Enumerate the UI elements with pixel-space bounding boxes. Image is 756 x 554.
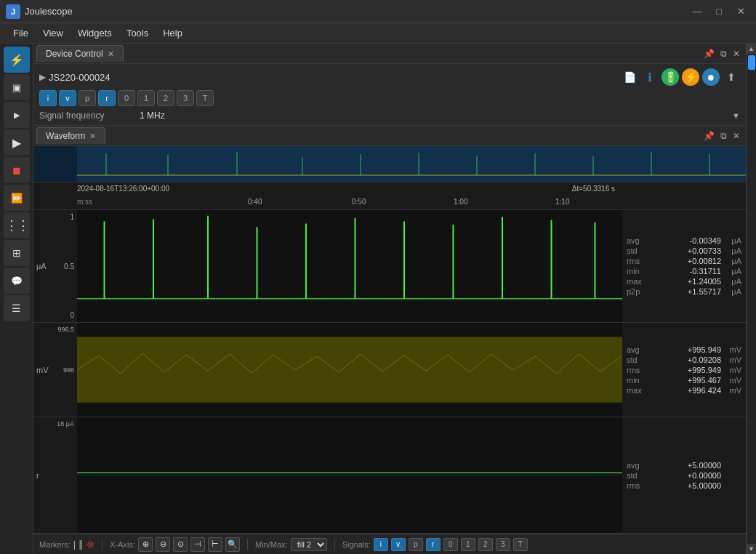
- bb-sig-2[interactable]: 2: [478, 538, 493, 551]
- frequency-row: Signal frequency 1 MHz ▼: [39, 111, 740, 121]
- menu-view[interactable]: View: [36, 25, 71, 41]
- sidebar-btn-play-sm[interactable]: ▶: [4, 102, 30, 128]
- signal-btn-p[interactable]: p: [79, 90, 96, 106]
- device-name-row: ▶ JS220-000024: [39, 72, 110, 83]
- tab-action-close[interactable]: ✕: [731, 47, 741, 60]
- zoom-fit-btn[interactable]: ⊙: [173, 537, 188, 552]
- zoom-in-btn[interactable]: ⊕: [138, 537, 153, 552]
- resistance-stat-avg: avg +5.00000: [627, 461, 741, 470]
- bb-sig-v[interactable]: v: [391, 538, 406, 551]
- menu-file[interactable]: File: [6, 25, 36, 41]
- waveform-panel: Waveform ✕ 📌 ⧉ ✕: [33, 126, 746, 534]
- sep1: [102, 539, 102, 550]
- bb-sig-1[interactable]: 1: [461, 538, 475, 551]
- app-title-label: Joulescope: [25, 6, 73, 17]
- time-label-040: 0:40: [248, 198, 262, 206]
- device-control-tab[interactable]: Device Control ✕: [36, 45, 124, 62]
- voltage-unit: mV: [36, 366, 49, 374]
- menu-widgets[interactable]: Widgets: [71, 25, 119, 41]
- maximize-button[interactable]: □: [709, 4, 728, 19]
- waveform-tab[interactable]: Waveform ✕: [36, 127, 105, 144]
- current-stat-avg: avg -0.00349 μA: [627, 236, 741, 245]
- sidebar-btn-square[interactable]: ▣: [4, 74, 30, 100]
- minmax-select[interactable]: fill 2 fill 1 off: [291, 538, 327, 551]
- bb-sig-0[interactable]: 0: [443, 538, 458, 551]
- sidebar-btn-chat[interactable]: 💬: [4, 268, 30, 294]
- voltage-y-mid: 996: [63, 366, 74, 374]
- pan-right-btn[interactable]: ⊢: [208, 537, 222, 552]
- freq-dropdown-arrow[interactable]: ▼: [732, 111, 740, 120]
- device-circle-btn[interactable]: ●: [702, 68, 720, 86]
- current-stats: avg -0.00349 μA std +0.00733 μA rms +0.0…: [622, 210, 746, 322]
- resistance-stats: avg +5.00000 std +0.00000 rms +5.00000: [622, 417, 746, 533]
- minmax-section: Min/Max: fill 2 fill 1 off: [255, 538, 327, 551]
- signal-btn-v[interactable]: v: [59, 90, 76, 106]
- bb-sig-r[interactable]: r: [426, 538, 441, 551]
- pan-left-btn[interactable]: ⊣: [190, 537, 205, 552]
- right-scrollbar[interactable]: ▲ ▼: [746, 44, 756, 554]
- scrollbar-thumb[interactable]: [748, 55, 755, 70]
- voltage-chart-row: 996.5 996 mV: [33, 323, 746, 417]
- sidebar-btn-play[interactable]: ▶: [4, 129, 30, 156]
- time-format-label: m:ss: [77, 198, 92, 206]
- device-lightning-btn[interactable]: ⚡: [682, 68, 699, 86]
- voltage-svg: [77, 323, 622, 417]
- marker-delete-btn[interactable]: ⊗: [87, 539, 94, 550]
- device-expand-arrow[interactable]: ▶: [39, 72, 46, 82]
- bb-sig-i[interactable]: i: [374, 538, 388, 551]
- menu-tools[interactable]: Tools: [119, 25, 156, 41]
- zoom-sel-btn[interactable]: 🔍: [225, 537, 240, 552]
- signals-label: Signals:: [342, 540, 371, 549]
- zoom-out-btn[interactable]: ⊖: [156, 537, 170, 552]
- waveform-float-btn[interactable]: ⧉: [719, 129, 728, 142]
- marker-single-btn[interactable]: |: [73, 539, 76, 550]
- device-upload-btn[interactable]: ⬆: [723, 68, 740, 86]
- scrollbar-up-btn[interactable]: ▲: [747, 44, 757, 54]
- bottom-toolbar: Markers: | ‖ ⊗ X-Axis: ⊕ ⊖ ⊙ ⊣ ⊢ 🔍 Min/M…: [33, 534, 746, 554]
- marker-double-btn[interactable]: ‖: [79, 539, 84, 550]
- current-y-mid: 0.5: [64, 262, 74, 270]
- scrollbar-down-btn[interactable]: ▼: [747, 544, 757, 554]
- menu-help[interactable]: Help: [156, 25, 190, 41]
- sidebar-btn-forward[interactable]: ⏩: [4, 185, 30, 211]
- signal-btn-r[interactable]: r: [98, 90, 116, 106]
- markers-label: Markers:: [39, 540, 71, 549]
- current-stat-rms: rms +0.00812 μA: [627, 257, 741, 265]
- waveform-tab-close[interactable]: ✕: [89, 132, 96, 141]
- signal-btn-T[interactable]: T: [196, 90, 214, 106]
- overview-svg: [33, 146, 746, 182]
- bb-sig-3[interactable]: 3: [496, 538, 510, 551]
- device-icons: 📄 ℹ 🔋 ⚡ ● ⬆: [621, 68, 740, 86]
- tab-action-pin[interactable]: 📌: [702, 47, 716, 60]
- signal-btn-2[interactable]: 2: [157, 90, 174, 106]
- close-button[interactable]: ✕: [731, 4, 750, 19]
- waveform-close-btn[interactable]: ✕: [731, 129, 741, 142]
- freq-value: 1 MHz: [140, 111, 726, 121]
- signal-btn-i[interactable]: i: [39, 90, 57, 106]
- titlebar: J Joulescope — □ ✕: [0, 0, 756, 23]
- sidebar-btn-layers[interactable]: ⋮⋮: [4, 212, 30, 238]
- signal-btn-0[interactable]: 0: [118, 90, 135, 106]
- tab-action-float[interactable]: ⧉: [719, 47, 728, 60]
- device-doc-btn[interactable]: 📄: [621, 68, 638, 86]
- device-control-tab-close[interactable]: ✕: [108, 49, 114, 59]
- sidebar-btn-menu[interactable]: ☰: [4, 295, 30, 321]
- voltage-y-max: 996.5: [57, 326, 74, 333]
- bb-sig-T[interactable]: T: [513, 538, 528, 551]
- waveform-pin-btn[interactable]: 📌: [702, 129, 716, 142]
- minmax-label: Min/Max:: [255, 540, 288, 549]
- device-info-btn[interactable]: ℹ: [641, 68, 659, 86]
- sidebar-btn-stop[interactable]: ◼: [4, 157, 30, 183]
- signal-btn-1[interactable]: 1: [137, 90, 155, 106]
- bb-sig-p[interactable]: p: [409, 538, 423, 551]
- xaxis-section: X-Axis: ⊕ ⊖ ⊙ ⊣ ⊢ 🔍: [110, 537, 240, 552]
- time-label-110: 1:10: [555, 198, 569, 206]
- signals-section: Signals: i v p r 0 1 2 3 T: [342, 538, 528, 551]
- sidebar-btn-grid[interactable]: ⊞: [4, 240, 30, 266]
- signal-btn-3[interactable]: 3: [177, 90, 194, 106]
- resistance-canvas: [77, 417, 622, 533]
- sep3: [334, 539, 335, 550]
- device-battery-btn[interactable]: 🔋: [662, 68, 679, 86]
- sidebar-btn-lightning[interactable]: ⚡: [4, 47, 30, 73]
- minimize-button[interactable]: —: [688, 4, 707, 19]
